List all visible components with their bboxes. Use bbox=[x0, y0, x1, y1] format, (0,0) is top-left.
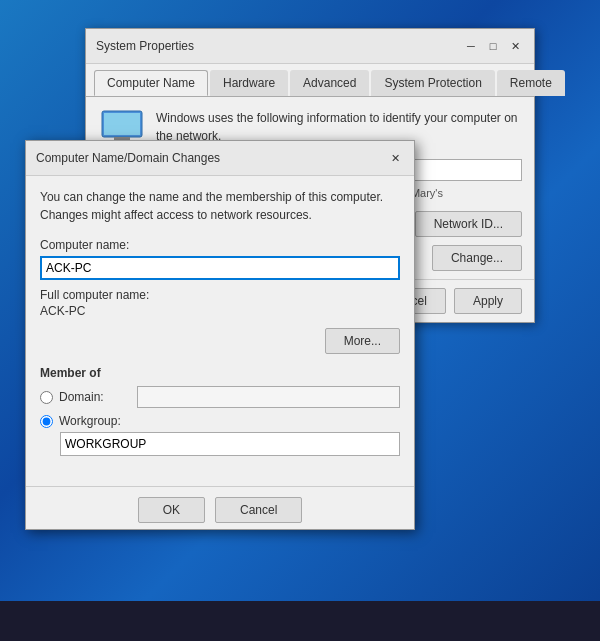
dialog-titlebar: Computer Name/Domain Changes ✕ bbox=[26, 141, 414, 176]
system-properties-titlebar: System Properties ─ □ ✕ bbox=[86, 29, 534, 64]
computer-name-label: Computer name: bbox=[40, 238, 400, 252]
dialog-description: You can change the name and the membersh… bbox=[40, 188, 400, 224]
tab-system-protection[interactable]: System Protection bbox=[371, 70, 494, 96]
workgroup-label: Workgroup: bbox=[59, 414, 129, 428]
member-of-section: Member of Domain: Workgroup: bbox=[40, 366, 400, 456]
dialog-content: You can change the name and the membersh… bbox=[26, 176, 414, 478]
domain-radio-row: Domain: bbox=[40, 386, 400, 408]
maximize-button[interactable]: □ bbox=[484, 37, 502, 55]
window-controls: ─ □ ✕ bbox=[462, 37, 524, 55]
more-button-row: More... bbox=[40, 328, 400, 354]
dialog-cancel-button[interactable]: Cancel bbox=[215, 497, 302, 523]
workgroup-input[interactable] bbox=[60, 432, 400, 456]
computer-name-input[interactable] bbox=[40, 256, 400, 280]
tab-computer-name[interactable]: Computer Name bbox=[94, 70, 208, 96]
network-id-button[interactable]: Network ID... bbox=[415, 211, 522, 237]
full-computer-name-label: Full computer name: bbox=[40, 288, 400, 302]
domain-radio[interactable] bbox=[40, 391, 53, 404]
domain-label: Domain: bbox=[59, 390, 129, 404]
taskbar bbox=[0, 601, 600, 641]
minimize-button[interactable]: ─ bbox=[462, 37, 480, 55]
tab-remote[interactable]: Remote bbox=[497, 70, 565, 96]
change-button[interactable]: Change... bbox=[432, 245, 522, 271]
domain-input[interactable] bbox=[137, 386, 400, 408]
svg-rect-1 bbox=[104, 113, 140, 135]
tab-hardware[interactable]: Hardware bbox=[210, 70, 288, 96]
system-properties-title: System Properties bbox=[96, 39, 194, 53]
dialog-buttons: OK Cancel bbox=[26, 486, 414, 529]
workgroup-radio[interactable] bbox=[40, 415, 53, 428]
dialog-ok-button[interactable]: OK bbox=[138, 497, 205, 523]
tabs-row: Computer Name Hardware Advanced System P… bbox=[86, 64, 534, 97]
more-button[interactable]: More... bbox=[325, 328, 400, 354]
member-of-title: Member of bbox=[40, 366, 400, 380]
full-computer-name-value: ACK-PC bbox=[40, 304, 400, 318]
dialog-title: Computer Name/Domain Changes bbox=[36, 151, 220, 165]
tab-advanced[interactable]: Advanced bbox=[290, 70, 369, 96]
workgroup-radio-row: Workgroup: bbox=[40, 414, 400, 428]
apply-button[interactable]: Apply bbox=[454, 288, 522, 314]
dialog-close-button[interactable]: ✕ bbox=[386, 149, 404, 167]
desktop: System Properties ─ □ ✕ Computer Name Ha… bbox=[0, 0, 600, 641]
close-button[interactable]: ✕ bbox=[506, 37, 524, 55]
computer-name-dialog: Computer Name/Domain Changes ✕ You can c… bbox=[25, 140, 415, 530]
